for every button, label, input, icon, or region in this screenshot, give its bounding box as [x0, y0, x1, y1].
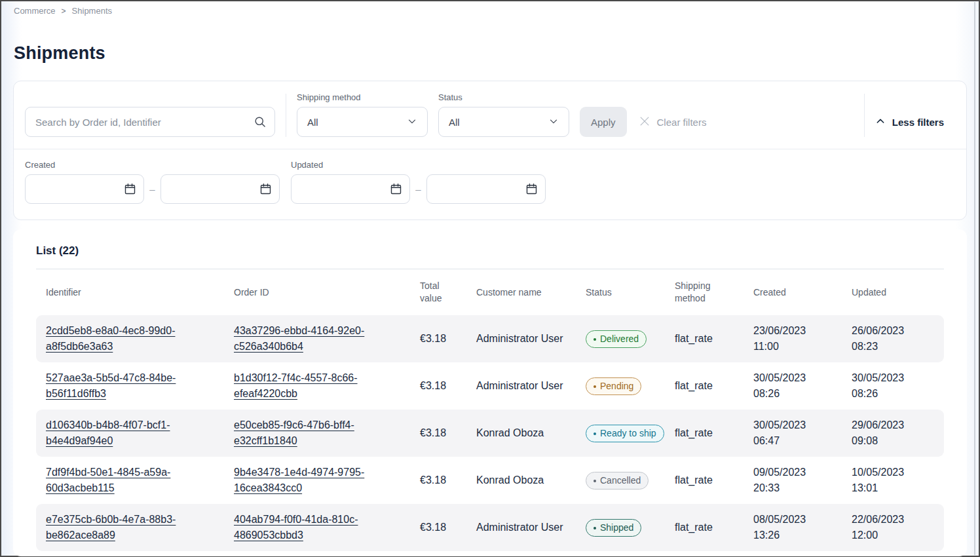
customer-name-cell: Administrator User — [476, 331, 586, 347]
created-cell: 30/05/202306:47 — [753, 417, 852, 449]
identifier-link[interactable]: 2cdd5eb8-e8a0-4ec8-99d0-a8f5db6e3a63 — [46, 325, 175, 352]
order-id-cell: 43a37296-ebbd-4164-92e0-c526a340b6b4 — [234, 323, 420, 355]
table-row: 7df9f4bd-50e1-4845-a59a-60d3acbeb115 9b4… — [36, 457, 944, 504]
shipping-method-cell: flat_rate — [675, 425, 753, 441]
updated-label: Updated — [291, 160, 546, 170]
identifier-cell: d106340b-b4b8-4f07-bcf1-b4e4d9af94e0 — [46, 417, 234, 449]
order-id-cell: 9b4e3478-1e4d-4974-9795-16cea3843cc0 — [234, 465, 420, 496]
created-to-field — [160, 174, 280, 204]
calendar-icon[interactable] — [525, 182, 538, 199]
updated-cell: 22/06/202312:00 — [852, 512, 935, 543]
status-badge-label: Ready to ship — [600, 428, 656, 439]
filter-divider-vertical — [864, 94, 865, 137]
updated-time: 08:26 — [852, 386, 922, 402]
page-scrollbar[interactable] — [974, 2, 975, 555]
updated-cell: 10/05/202313:01 — [852, 465, 935, 496]
identifier-link[interactable]: e7e375cb-6b0b-4e7a-88b3-be862ace8a89 — [46, 514, 176, 541]
total-value-cell: €3.18 — [420, 425, 476, 441]
total-value-cell: €3.18 — [420, 378, 476, 394]
updated-cell: 29/06/202309:08 — [852, 417, 935, 449]
created-from-field — [25, 174, 144, 204]
table-row: 527aae3a-5b5d-47c8-84be-b56f11d6ffb3 b1d… — [36, 362, 944, 410]
less-filters-toggle[interactable]: Less filters — [875, 107, 955, 137]
clear-filters-button[interactable]: Clear filters — [638, 107, 707, 137]
order-id-cell: e50ceb85-f9c6-47b6-bff4-e32cff1b1840 — [234, 417, 420, 449]
identifier-cell: e7e375cb-6b0b-4e7a-88b3-be862ace8a89 — [46, 512, 234, 543]
status-dot — [594, 527, 596, 529]
created-date: 23/06/2023 — [753, 323, 839, 339]
search-field — [25, 107, 275, 137]
shipping-method-label: Shipping method — [297, 92, 428, 102]
identifier-cell: 527aae3a-5b5d-47c8-84be-b56f11d6ffb3 — [46, 370, 234, 402]
status-badge: Ready to ship — [586, 425, 664, 442]
order-id-link[interactable]: 404ab794-f0f0-41da-810c-4869053cbbd3 — [234, 514, 358, 541]
less-filters-label: Less filters — [892, 117, 944, 128]
updated-cell: 26/06/202308:23 — [852, 323, 935, 355]
customer-name-cell: Konrad Oboza — [476, 472, 586, 488]
identifier-link[interactable]: d106340b-b4b8-4f07-bcf1-b4e4d9af94e0 — [46, 419, 170, 446]
chevron-down-icon — [548, 115, 559, 129]
column-header-updated: Updated — [852, 286, 935, 299]
close-icon — [638, 115, 651, 130]
identifier-link[interactable]: 7df9f4bd-50e1-4845-a59a-60d3acbeb115 — [46, 467, 170, 493]
clear-filters-label: Clear filters — [657, 117, 707, 128]
order-id-cell: 404ab794-f0f0-41da-810c-4869053cbbd3 — [234, 512, 420, 543]
status-dot — [594, 480, 596, 482]
created-time: 08:26 — [753, 386, 839, 402]
shipments-list: List (22) Identifier Order ID Total valu… — [13, 229, 967, 556]
customer-name-cell: Administrator User — [476, 378, 586, 394]
order-id-link[interactable]: 43a37296-ebbd-4164-92e0-c526a340b6b4 — [234, 325, 364, 352]
order-id-link[interactable]: b1d30f12-7f4c-4557-8c66-efeaf4220cbb — [234, 372, 358, 399]
updated-cell: 30/05/202308:26 — [852, 370, 935, 402]
created-date: 30/05/2023 — [753, 370, 839, 386]
status-select[interactable]: All — [438, 107, 569, 137]
total-value-cell: €3.18 — [420, 472, 476, 488]
shipping-method-cell: flat_rate — [675, 520, 753, 535]
created-time: 06:47 — [753, 433, 839, 449]
status-dot — [594, 338, 596, 341]
table-header: Identifier Order ID Total value Customer… — [36, 269, 944, 315]
breadcrumb-separator: > — [62, 7, 66, 16]
filters-panel: Shipping method All Status All Apply — [13, 81, 967, 220]
table-row: d106340b-b4b8-4f07-bcf1-b4e4d9af94e0 e50… — [36, 410, 944, 457]
breadcrumb-commerce[interactable]: Commerce — [14, 6, 56, 16]
status-badge-label: Shipped — [600, 522, 633, 533]
customer-name-cell: Konrad Oboza — [476, 425, 586, 441]
column-header-status: Status — [586, 286, 675, 299]
shipping-method-value: All — [307, 117, 318, 128]
shipping-method-select[interactable]: All — [297, 107, 428, 137]
status-cell: Cancelled — [586, 471, 675, 490]
created-range: – — [25, 174, 280, 204]
updated-filter: Updated – — [291, 160, 546, 204]
status-value: All — [449, 117, 460, 128]
updated-to-field — [426, 174, 546, 204]
breadcrumb-shipments[interactable]: Shipments — [72, 6, 112, 16]
total-value-cell: €3.18 — [420, 520, 476, 535]
apply-button[interactable]: Apply — [580, 107, 627, 137]
chevron-down-icon — [406, 115, 418, 129]
shipping-method-cell: flat_rate — [675, 472, 753, 488]
column-header-shipping-method: Shipping method — [675, 280, 753, 305]
breadcrumb: Commerce > Shipments — [0, 0, 980, 16]
column-header-customer-name: Customer name — [476, 286, 586, 299]
created-cell: 09/05/202320:33 — [753, 465, 852, 496]
created-date: 08/05/2023 — [753, 512, 839, 528]
order-id-link[interactable]: 9b4e3478-1e4d-4974-9795-16cea3843cc0 — [234, 467, 364, 493]
created-date: 09/05/2023 — [753, 465, 839, 480]
order-id-link[interactable]: e50ceb85-f9c6-47b6-bff4-e32cff1b1840 — [234, 419, 354, 446]
filter-divider-vertical — [286, 94, 286, 137]
status-badge: Delivered — [586, 330, 647, 348]
order-id-cell: b1d30f12-7f4c-4557-8c66-efeaf4220cbb — [234, 370, 420, 402]
calendar-icon[interactable] — [123, 182, 137, 199]
status-cell: Ready to ship — [586, 424, 675, 443]
updated-range: – — [291, 174, 546, 204]
column-header-order-id: Order ID — [234, 286, 420, 299]
status-badge: Pending — [586, 377, 641, 395]
identifier-link[interactable]: 527aae3a-5b5d-47c8-84be-b56f11d6ffb3 — [46, 372, 176, 399]
updated-time: 13:01 — [852, 480, 922, 496]
calendar-icon[interactable] — [389, 182, 403, 199]
shipping-method-filter: Shipping method All — [297, 92, 428, 137]
status-badge-label: Delivered — [600, 334, 639, 345]
search-input[interactable] — [25, 107, 275, 137]
calendar-icon[interactable] — [259, 182, 273, 199]
